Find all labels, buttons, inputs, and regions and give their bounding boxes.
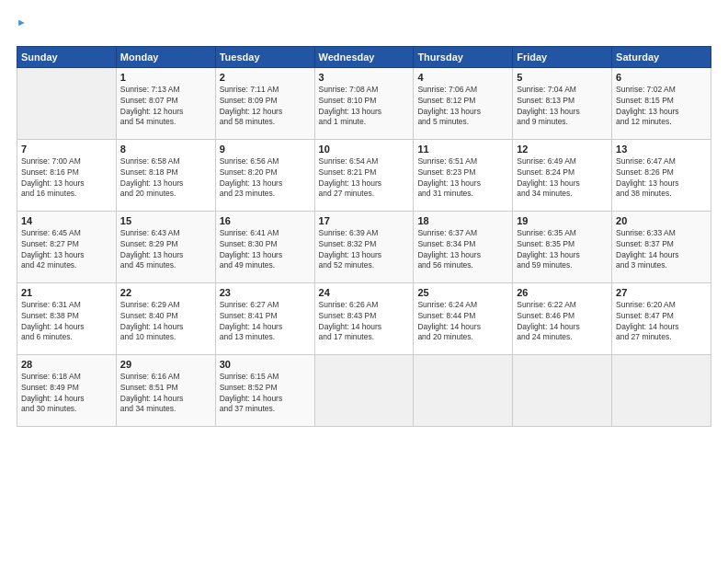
day-cell: 11Sunrise: 6:51 AMSunset: 8:23 PMDayligh… bbox=[414, 139, 513, 211]
day-info: Sunrise: 6:31 AMSunset: 8:38 PMDaylight:… bbox=[21, 300, 112, 344]
day-number: 24 bbox=[319, 287, 410, 298]
day-info: Sunrise: 6:24 AMSunset: 8:44 PMDaylight:… bbox=[417, 300, 508, 344]
day-cell: 5Sunrise: 7:04 AMSunset: 8:13 PMDaylight… bbox=[513, 67, 612, 139]
day-number: 6 bbox=[616, 72, 707, 83]
day-cell: 27Sunrise: 6:20 AMSunset: 8:47 PMDayligh… bbox=[612, 282, 711, 354]
day-cell: 3Sunrise: 7:08 AMSunset: 8:10 PMDaylight… bbox=[314, 67, 414, 139]
day-number: 13 bbox=[616, 144, 707, 155]
header-cell-wednesday: Wednesday bbox=[314, 46, 414, 67]
day-cell: 6Sunrise: 7:02 AMSunset: 8:15 PMDaylight… bbox=[612, 67, 711, 139]
day-cell: 22Sunrise: 6:29 AMSunset: 8:40 PMDayligh… bbox=[116, 282, 215, 354]
day-cell: 29Sunrise: 6:16 AMSunset: 8:51 PMDayligh… bbox=[116, 354, 215, 426]
day-info: Sunrise: 6:47 AMSunset: 8:26 PMDaylight:… bbox=[616, 156, 707, 201]
day-number: 16 bbox=[220, 215, 311, 226]
calendar-table: SundayMondayTuesdayWednesdayThursdayFrid… bbox=[17, 46, 711, 427]
day-number: 11 bbox=[417, 144, 508, 155]
logo-icon: ► bbox=[17, 17, 27, 28]
day-cell: 9Sunrise: 6:56 AMSunset: 8:20 PMDaylight… bbox=[215, 139, 314, 211]
day-number: 19 bbox=[517, 215, 608, 226]
day-info: Sunrise: 6:51 AMSunset: 8:23 PMDaylight:… bbox=[417, 156, 508, 201]
day-cell bbox=[17, 67, 117, 139]
day-info: Sunrise: 6:39 AMSunset: 8:32 PMDaylight:… bbox=[319, 228, 410, 272]
day-info: Sunrise: 6:56 AMSunset: 8:20 PMDaylight:… bbox=[220, 156, 311, 201]
week-row-3: 14Sunrise: 6:45 AMSunset: 8:27 PMDayligh… bbox=[17, 211, 711, 282]
day-cell: 13Sunrise: 6:47 AMSunset: 8:26 PMDayligh… bbox=[612, 139, 711, 211]
day-number: 28 bbox=[21, 359, 112, 370]
day-info: Sunrise: 6:35 AMSunset: 8:35 PMDaylight:… bbox=[517, 228, 608, 272]
day-info: Sunrise: 7:11 AMSunset: 8:09 PMDaylight:… bbox=[220, 85, 311, 129]
day-info: Sunrise: 6:43 AMSunset: 8:29 PMDaylight:… bbox=[120, 228, 211, 272]
day-number: 18 bbox=[417, 215, 508, 226]
header-cell-friday: Friday bbox=[513, 46, 612, 67]
day-number: 22 bbox=[120, 287, 211, 298]
calendar-body: 1Sunrise: 7:13 AMSunset: 8:07 PMDaylight… bbox=[17, 67, 711, 426]
day-number: 5 bbox=[517, 72, 608, 83]
day-cell: 26Sunrise: 6:22 AMSunset: 8:46 PMDayligh… bbox=[513, 282, 612, 354]
day-number: 3 bbox=[319, 72, 410, 83]
day-cell: 20Sunrise: 6:33 AMSunset: 8:37 PMDayligh… bbox=[612, 211, 711, 282]
day-cell: 18Sunrise: 6:37 AMSunset: 8:34 PMDayligh… bbox=[414, 211, 513, 282]
week-row-1: 1Sunrise: 7:13 AMSunset: 8:07 PMDaylight… bbox=[17, 67, 711, 139]
header-cell-tuesday: Tuesday bbox=[215, 46, 314, 67]
day-cell bbox=[612, 354, 711, 426]
day-info: Sunrise: 6:45 AMSunset: 8:27 PMDaylight:… bbox=[21, 228, 112, 272]
day-cell: 17Sunrise: 6:39 AMSunset: 8:32 PMDayligh… bbox=[314, 211, 414, 282]
header-cell-thursday: Thursday bbox=[414, 46, 513, 67]
day-number: 27 bbox=[616, 287, 707, 298]
week-row-2: 7Sunrise: 7:00 AMSunset: 8:16 PMDaylight… bbox=[17, 139, 711, 211]
day-info: Sunrise: 6:41 AMSunset: 8:30 PMDaylight:… bbox=[220, 228, 311, 272]
day-number: 2 bbox=[220, 72, 311, 83]
day-number: 17 bbox=[319, 215, 410, 226]
week-row-5: 28Sunrise: 6:18 AMSunset: 8:49 PMDayligh… bbox=[17, 354, 711, 426]
day-cell: 30Sunrise: 6:15 AMSunset: 8:52 PMDayligh… bbox=[215, 354, 314, 426]
day-info: Sunrise: 6:22 AMSunset: 8:46 PMDaylight:… bbox=[517, 300, 608, 344]
day-number: 20 bbox=[616, 215, 707, 226]
day-info: Sunrise: 6:29 AMSunset: 8:40 PMDaylight:… bbox=[120, 300, 211, 344]
day-number: 10 bbox=[319, 144, 410, 155]
day-info: Sunrise: 6:33 AMSunset: 8:37 PMDaylight:… bbox=[616, 228, 707, 272]
day-info: Sunrise: 7:06 AMSunset: 8:12 PMDaylight:… bbox=[417, 85, 508, 129]
header: ► bbox=[17, 17, 711, 37]
day-number: 9 bbox=[220, 144, 311, 155]
day-cell: 7Sunrise: 7:00 AMSunset: 8:16 PMDaylight… bbox=[17, 139, 117, 211]
day-cell: 12Sunrise: 6:49 AMSunset: 8:24 PMDayligh… bbox=[513, 139, 612, 211]
day-cell: 21Sunrise: 6:31 AMSunset: 8:38 PMDayligh… bbox=[17, 282, 117, 354]
day-info: Sunrise: 6:18 AMSunset: 8:49 PMDaylight:… bbox=[21, 372, 112, 416]
day-number: 15 bbox=[120, 215, 211, 226]
day-info: Sunrise: 6:49 AMSunset: 8:24 PMDaylight:… bbox=[517, 156, 608, 201]
day-cell: 14Sunrise: 6:45 AMSunset: 8:27 PMDayligh… bbox=[17, 211, 117, 282]
calendar-header: SundayMondayTuesdayWednesdayThursdayFrid… bbox=[17, 46, 711, 67]
day-cell: 25Sunrise: 6:24 AMSunset: 8:44 PMDayligh… bbox=[414, 282, 513, 354]
header-cell-saturday: Saturday bbox=[612, 46, 711, 67]
day-cell: 24Sunrise: 6:26 AMSunset: 8:43 PMDayligh… bbox=[314, 282, 414, 354]
day-cell: 2Sunrise: 7:11 AMSunset: 8:09 PMDaylight… bbox=[215, 67, 314, 139]
day-info: Sunrise: 6:37 AMSunset: 8:34 PMDaylight:… bbox=[417, 228, 508, 272]
day-info: Sunrise: 6:15 AMSunset: 8:52 PMDaylight:… bbox=[220, 372, 311, 416]
page: ► SundayMondayTuesdayWednesdayThursdayFr… bbox=[0, 0, 728, 563]
day-info: Sunrise: 6:20 AMSunset: 8:47 PMDaylight:… bbox=[616, 300, 707, 344]
day-number: 21 bbox=[21, 287, 112, 298]
day-number: 7 bbox=[21, 144, 112, 155]
day-number: 23 bbox=[220, 287, 311, 298]
day-cell: 4Sunrise: 7:06 AMSunset: 8:12 PMDaylight… bbox=[414, 67, 513, 139]
day-cell bbox=[314, 354, 414, 426]
day-cell: 28Sunrise: 6:18 AMSunset: 8:49 PMDayligh… bbox=[17, 354, 117, 426]
day-info: Sunrise: 6:58 AMSunset: 8:18 PMDaylight:… bbox=[120, 156, 211, 201]
header-cell-monday: Monday bbox=[116, 46, 215, 67]
day-info: Sunrise: 6:54 AMSunset: 8:21 PMDaylight:… bbox=[319, 156, 410, 201]
header-row: SundayMondayTuesdayWednesdayThursdayFrid… bbox=[17, 46, 711, 67]
logo-text: ► bbox=[17, 17, 27, 37]
day-cell: 10Sunrise: 6:54 AMSunset: 8:21 PMDayligh… bbox=[314, 139, 414, 211]
day-info: Sunrise: 6:27 AMSunset: 8:41 PMDaylight:… bbox=[220, 300, 311, 344]
day-cell bbox=[414, 354, 513, 426]
day-number: 1 bbox=[120, 72, 211, 83]
day-cell: 8Sunrise: 6:58 AMSunset: 8:18 PMDaylight… bbox=[116, 139, 215, 211]
day-cell: 16Sunrise: 6:41 AMSunset: 8:30 PMDayligh… bbox=[215, 211, 314, 282]
day-info: Sunrise: 6:16 AMSunset: 8:51 PMDaylight:… bbox=[120, 372, 211, 416]
day-cell: 1Sunrise: 7:13 AMSunset: 8:07 PMDaylight… bbox=[116, 67, 215, 139]
day-cell: 15Sunrise: 6:43 AMSunset: 8:29 PMDayligh… bbox=[116, 211, 215, 282]
day-info: Sunrise: 7:02 AMSunset: 8:15 PMDaylight:… bbox=[616, 85, 707, 129]
day-number: 25 bbox=[417, 287, 508, 298]
day-cell: 23Sunrise: 6:27 AMSunset: 8:41 PMDayligh… bbox=[215, 282, 314, 354]
logo: ► bbox=[17, 17, 28, 37]
